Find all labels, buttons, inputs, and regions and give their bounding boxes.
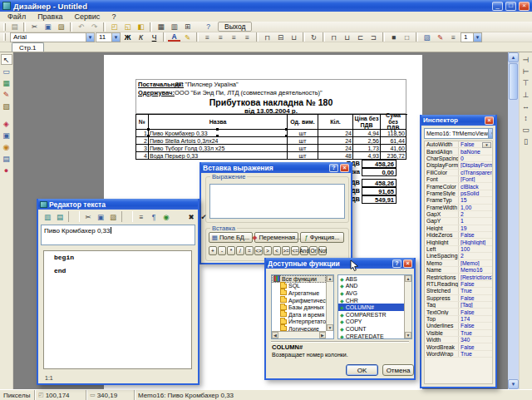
invoice-title[interactable]: Прибуткова накладна № 180 bbox=[136, 97, 406, 107]
column-header[interactable]: Сума без ПДВ bbox=[381, 115, 406, 130]
save-icon[interactable]: ▤ bbox=[8, 22, 21, 32]
preview-icon[interactable]: ▥ bbox=[42, 211, 53, 222]
fit-to-grid-icon[interactable]: ⊞ bbox=[181, 22, 194, 32]
selection-handle[interactable] bbox=[216, 128, 219, 131]
send-to-back-icon[interactable]: ◱ bbox=[121, 22, 134, 32]
variable-button[interactable]: ◆ Переменная... bbox=[254, 232, 298, 243]
ok-button[interactable]: OK bbox=[346, 364, 378, 376]
subreport-object-icon[interactable]: ◈ bbox=[1, 118, 12, 129]
property-row[interactable]: FillColor clTransparent bbox=[425, 170, 492, 176]
richtext-object-icon[interactable]: ▤ bbox=[1, 153, 12, 164]
property-row[interactable]: BandAlign baNone bbox=[425, 148, 492, 155]
property-row[interactable]: Top 174 bbox=[425, 316, 492, 323]
format-icon[interactable] bbox=[163, 32, 165, 42]
select-tool-icon[interactable]: ↖ bbox=[1, 54, 12, 65]
scrollbar-thumb[interactable] bbox=[509, 63, 518, 100]
format-icon[interactable] bbox=[256, 32, 259, 42]
menu-item[interactable]: Файл bbox=[2, 12, 32, 21]
menu-item[interactable]: Сервис bbox=[69, 12, 106, 21]
property-row[interactable]: Stretched True bbox=[425, 288, 492, 294]
property-row[interactable]: TextOnly False bbox=[425, 309, 492, 315]
operator-button[interactable]: <= bbox=[291, 246, 299, 255]
table-row[interactable]: 2 Пиво Stella Artois 0,3лх24 шт 24 2,56 … bbox=[136, 137, 275, 145]
property-dropdown-button[interactable]: ▼ bbox=[482, 142, 491, 148]
band-object-icon[interactable]: ▧ bbox=[1, 101, 12, 111]
frame-all-icon[interactable]: ■ bbox=[387, 32, 400, 42]
editor-toolbar-icon[interactable] bbox=[68, 211, 80, 222]
selection-handle[interactable] bbox=[147, 128, 150, 131]
checkbox-object-icon[interactable]: ▣ bbox=[1, 130, 12, 141]
show-grid-icon[interactable]: ▦ bbox=[155, 22, 167, 32]
operator-button[interactable]: Or bbox=[309, 246, 318, 255]
selection-handle[interactable] bbox=[285, 128, 288, 131]
functions-list[interactable]: ◆ ABS ◆ AND ◆ AVG ◆ CHR bbox=[337, 274, 412, 339]
toolbar-icon[interactable] bbox=[195, 22, 201, 32]
template-icon[interactable]: ▤ bbox=[54, 211, 66, 222]
frame-left-icon[interactable]: ⊏ bbox=[354, 32, 367, 42]
object-selector[interactable]: Memo16: TfrMemoView ▼ bbox=[424, 128, 493, 139]
operator-button[interactable]: - bbox=[218, 246, 226, 255]
word-wrap-icon[interactable]: ≡ bbox=[135, 211, 147, 222]
valign-bottom-icon[interactable]: ⊔ bbox=[288, 32, 300, 42]
selection-handle[interactable] bbox=[147, 135, 150, 137]
align-left-edges-icon[interactable]: ⊣ bbox=[520, 54, 532, 65]
scroll-down-icon[interactable]: ▼ bbox=[508, 379, 519, 389]
restore-button[interactable]: □ bbox=[505, 2, 516, 11]
tab-page1[interactable]: Стр.1 bbox=[12, 42, 44, 52]
property-row[interactable]: HideZeros False bbox=[425, 232, 492, 239]
column-header[interactable]: Од. вим. bbox=[288, 115, 318, 130]
center-vertically-icon[interactable]: ↕ bbox=[520, 112, 532, 123]
property-row[interactable]: FrameColor clBlack bbox=[425, 183, 492, 190]
property-row[interactable]: Visible True bbox=[425, 330, 492, 337]
cut-icon[interactable]: ✂ bbox=[28, 22, 41, 32]
list-vertical-scrollbar[interactable]: ▲▼ bbox=[326, 275, 333, 331]
operator-button[interactable]: >= bbox=[282, 246, 290, 255]
property-row[interactable]: LineSpacing 2 bbox=[425, 253, 492, 259]
table-row[interactable]: 3 Пиво Туборг Голд 0,33л х25 шт 24 1,73 … bbox=[136, 145, 167, 152]
chart-object-icon[interactable]: ● bbox=[1, 165, 12, 175]
invoice-table[interactable]: №НазваОд. вим.Кіл.Ціна без ПДВСума без П… bbox=[135, 114, 407, 160]
format-icon[interactable] bbox=[416, 32, 418, 42]
minimize-button[interactable]: _ bbox=[492, 2, 503, 11]
function-item[interactable]: ◆ COUNT bbox=[338, 325, 404, 333]
property-row[interactable]: GapX 2 bbox=[425, 211, 492, 218]
fill-color-icon[interactable]: ▨ bbox=[421, 32, 433, 42]
bold-button[interactable]: Ж bbox=[121, 32, 134, 42]
canvas-vertical-scrollbar[interactable]: ▲ ▼ bbox=[508, 52, 519, 389]
align-right-edges-icon[interactable]: ⊢ bbox=[520, 66, 532, 77]
property-row[interactable]: CharSpacing 0 bbox=[425, 156, 492, 162]
editor-toolbar-icon[interactable] bbox=[173, 211, 185, 222]
property-row[interactable]: DisplayFormat [DisplayFormat] bbox=[425, 162, 492, 169]
toolbar-icon[interactable] bbox=[150, 22, 152, 32]
list-horizontal-scrollbar[interactable]: ◀▶ bbox=[272, 331, 326, 338]
valign-top-icon[interactable]: ⊓ bbox=[261, 32, 273, 42]
menu-item[interactable]: Правка bbox=[32, 12, 68, 21]
table-row[interactable]: 4 Вода Перьер 0,33 шт 48 4,93 236,72 bbox=[136, 152, 171, 160]
line-width-select[interactable]: 1 ▼ bbox=[461, 32, 482, 42]
property-row[interactable]: GapY 1 bbox=[425, 218, 492, 225]
receiver-label[interactable]: Одержувач: bbox=[138, 89, 175, 96]
property-row[interactable]: FrameTyp 15 bbox=[425, 197, 492, 204]
paste-icon[interactable]: ▨ bbox=[107, 211, 119, 222]
function-categories-list[interactable]: Все функции SQL Агрегатные bbox=[271, 274, 334, 339]
operator-button[interactable]: + bbox=[209, 246, 217, 255]
font-size-select[interactable]: 11 ▼ bbox=[96, 32, 121, 42]
property-row[interactable]: Restrictions [Restrictions] bbox=[425, 274, 492, 280]
list-vertical-scrollbar[interactable]: ▲▼ bbox=[404, 275, 411, 338]
invoice-header[interactable]: Постачальник: ДП "Пилснер Україна" Одерж… bbox=[135, 79, 406, 114]
rect-object-icon[interactable]: ▭ bbox=[1, 66, 12, 77]
align-center-icon[interactable]: ≡ bbox=[214, 32, 227, 42]
function-item[interactable]: ◆ ABS bbox=[338, 275, 404, 283]
property-row[interactable]: Underlines False bbox=[425, 323, 492, 329]
function-button[interactable]: ƒ Функция... bbox=[300, 232, 344, 243]
close-button[interactable]: × bbox=[519, 2, 530, 11]
property-row[interactable]: WordBreak False bbox=[425, 343, 492, 350]
expression-input[interactable] bbox=[209, 184, 345, 219]
format-icon[interactable] bbox=[382, 32, 385, 42]
language-icon[interactable]: ◉ bbox=[160, 211, 172, 222]
editor-toolbar-icon[interactable] bbox=[121, 211, 133, 222]
line-object-icon[interactable]: ✎ bbox=[1, 89, 12, 100]
redo-icon[interactable]: ↷ bbox=[88, 22, 101, 32]
italic-button[interactable]: К bbox=[135, 32, 147, 42]
frame-bottom-icon[interactable]: ⊔ bbox=[341, 32, 353, 42]
